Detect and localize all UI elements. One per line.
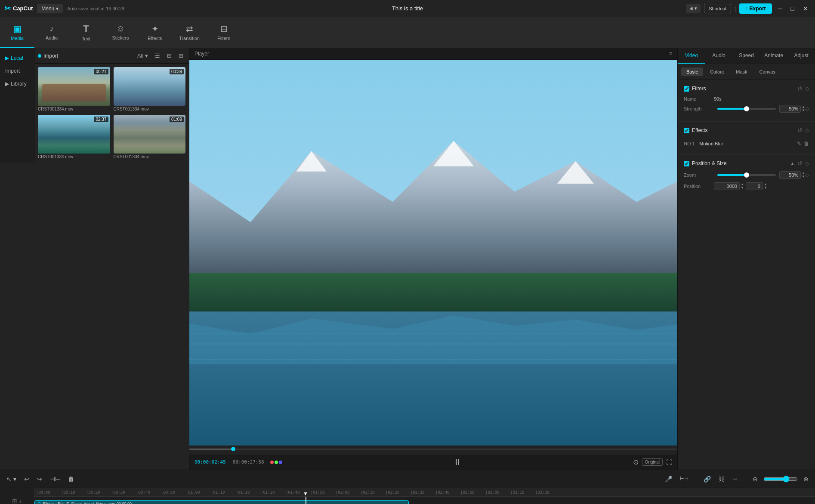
tab-adjust[interactable]: Adjust <box>787 48 815 64</box>
strength-slider[interactable] <box>717 108 776 110</box>
media-nav-import[interactable]: Import <box>0 65 34 77</box>
audio-mute-icon[interactable]: ♪ <box>19 498 22 504</box>
position-y-down[interactable]: ▼ <box>764 186 767 190</box>
media-nav-library[interactable]: ▶ Library <box>0 77 34 90</box>
position-x-down[interactable]: ▼ <box>741 186 744 190</box>
right-panel-content: Filters ↺ ◇ Name 90s Strength 50% <box>678 80 815 470</box>
strength-input[interactable]: 50% <box>779 105 801 113</box>
fullscreen-button[interactable]: ⛶ <box>666 459 672 466</box>
effect-edit-button[interactable]: ✎ <box>797 141 801 147</box>
media-item[interactable]: 02:37 CRST001334.mov <box>38 115 110 159</box>
subtab-canvas[interactable]: Canvas <box>754 68 781 76</box>
video-clip[interactable]: ⊡ Effects - Edit ⊟ Filters Adjust Name.m… <box>34 500 409 504</box>
tab-speed[interactable]: Speed <box>733 48 760 64</box>
play-pause-button[interactable]: ⏸ <box>453 457 462 467</box>
library-label: Library <box>11 81 27 87</box>
nav-label-text: Text <box>82 36 90 41</box>
position-y-input[interactable]: 0 <box>746 182 763 190</box>
select-tool-button[interactable]: ↖ ▾ <box>4 475 19 483</box>
tab-video[interactable]: Video <box>678 48 705 64</box>
effects-icon: ✦ <box>151 24 159 34</box>
effects-keyframe-button[interactable]: ◇ <box>805 127 809 133</box>
position-row: Position 0000 ▲ ▼ 0 ▲ ▼ <box>684 182 809 190</box>
all-filter-button[interactable]: All ▾ <box>135 52 150 60</box>
import-nav-label: Import <box>5 68 20 74</box>
filters-keyframe-button[interactable]: ◇ <box>805 86 809 92</box>
tab-animate[interactable]: Animate <box>760 48 787 64</box>
nav-item-transition[interactable]: ⇄ Transition <box>172 17 207 48</box>
media-item[interactable]: 00:39 CRST001334.mov <box>114 67 186 111</box>
zoom-in-button[interactable]: ⊕ <box>801 475 811 483</box>
zoom-down[interactable]: ▼ <box>802 175 805 178</box>
media-item[interactable]: 01:09 CRST001334.mov <box>114 115 186 159</box>
unlink-button[interactable]: ⛓ <box>716 475 727 483</box>
position-label: Position <box>684 184 714 189</box>
nav-item-text[interactable]: T Text <box>69 17 103 48</box>
strength-thumb[interactable] <box>744 106 749 111</box>
screenshot-button[interactable]: ⊙ <box>633 458 639 466</box>
zoom-out-button[interactable]: ⊖ <box>750 475 760 483</box>
subtab-basic[interactable]: Basic <box>681 68 703 76</box>
filters-reset-button[interactable]: ↺ <box>797 85 803 92</box>
fit-button[interactable]: ⊢⊣ <box>678 475 691 482</box>
position-checkbox[interactable] <box>684 161 689 166</box>
nav-item-effects[interactable]: ✦ Effects <box>138 17 172 48</box>
time-current: 00:00:02:45 <box>194 459 226 465</box>
menu-button[interactable]: Menu ▾ <box>37 4 63 13</box>
media-filename: CRST001334.mov <box>114 154 186 159</box>
import-button[interactable]: Import <box>38 53 58 59</box>
zoom-slider[interactable] <box>717 174 776 176</box>
split-button[interactable]: ⊣⊢ <box>48 475 62 483</box>
link-button[interactable]: 🔗 <box>701 475 713 483</box>
nav-item-stickers[interactable]: ☺ Stickers <box>103 17 138 48</box>
zoom-input[interactable]: 50% <box>779 171 801 179</box>
nav-item-filters[interactable]: ⊟ Filters <box>207 17 241 48</box>
list-view-button[interactable]: ⊟ <box>165 52 174 60</box>
position-title: Position & Size <box>692 160 787 166</box>
monitor-button[interactable]: ⊞ ▾ <box>686 4 701 13</box>
zoom-keyframe[interactable]: ◇ <box>805 172 809 178</box>
timeline-tracks[interactable]: |00:00 |00:10 |00:20 |00:30 |00:40 |00:5… <box>34 488 815 504</box>
tab-audio[interactable]: Audio <box>705 48 733 64</box>
effects-checkbox[interactable] <box>684 128 689 133</box>
zoom-thumb[interactable] <box>744 172 749 178</box>
filters-header: Filters ↺ ◇ <box>684 85 809 92</box>
nav-item-audio[interactable]: ♪ Audio <box>34 17 69 48</box>
expand-icon: ▲ <box>790 161 795 166</box>
effect-delete-button[interactable]: 🗑 <box>804 141 809 147</box>
media-item[interactable]: 00:21 CRST001334.mov <box>38 67 110 111</box>
strength-keyframe[interactable]: ◇ <box>805 106 809 112</box>
detach-button[interactable]: ⊣ <box>730 475 740 483</box>
minimize-button[interactable]: ─ <box>775 5 785 12</box>
media-toolbar: Import All ▾ ☰ ⊟ ⊞ <box>34 48 189 64</box>
undo-button[interactable]: ↩ <box>22 475 31 483</box>
video-track-icon[interactable]: ⊞ <box>12 498 17 504</box>
original-button[interactable]: Original <box>642 458 663 466</box>
shortcut-button[interactable]: Shortcut <box>704 4 731 13</box>
delete-button[interactable]: 🗑 <box>66 475 76 483</box>
filters-checkbox[interactable] <box>684 86 689 92</box>
subtab-cutout[interactable]: Cutout <box>705 68 729 76</box>
media-nav-local[interactable]: ▶ Local <box>0 52 34 65</box>
import-label: Import <box>43 53 58 59</box>
subtab-mask[interactable]: Mask <box>731 68 752 76</box>
media-thumbnail: 00:39 <box>114 67 186 106</box>
microphone-button[interactable]: 🎤 <box>663 475 674 483</box>
strength-down[interactable]: ▼ <box>802 109 805 112</box>
player-timeline-bar[interactable] <box>189 446 677 454</box>
player-menu-icon[interactable]: ≡ <box>669 51 672 57</box>
nav-item-media[interactable]: ▣ Media <box>0 17 34 48</box>
redo-button[interactable]: ↪ <box>35 475 44 483</box>
grid-view-button[interactable]: ⊞ <box>176 52 185 60</box>
position-keyframe-button[interactable]: ◇ <box>805 160 809 166</box>
filter-icon-button[interactable]: ☰ <box>153 52 162 60</box>
media-nav: ▶ Local Import ▶ Library <box>0 48 34 163</box>
effects-reset-button[interactable]: ↺ <box>797 127 803 134</box>
export-button[interactable]: ↑ Export <box>739 3 772 14</box>
maximize-button[interactable]: □ <box>788 5 797 12</box>
position-x-input[interactable]: 0000 <box>714 182 740 190</box>
close-button[interactable]: ✕ <box>800 5 811 12</box>
menu-label: Menu <box>41 6 54 12</box>
zoom-slider[interactable] <box>763 476 798 482</box>
position-reset-button[interactable]: ↺ <box>797 160 803 167</box>
